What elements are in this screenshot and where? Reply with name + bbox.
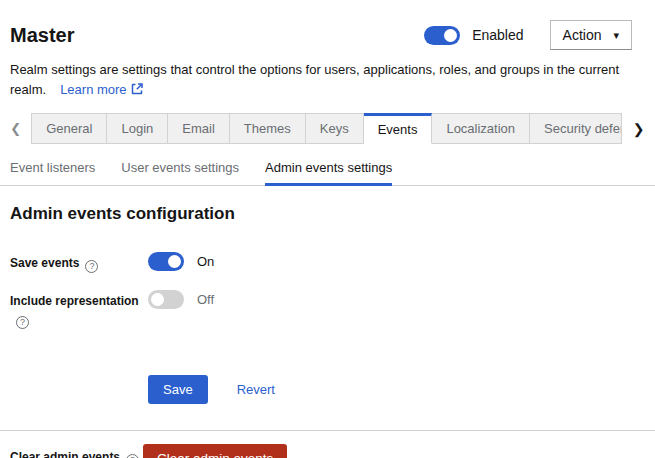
save-events-control: On [148, 252, 214, 271]
include-representation-toggle[interactable] [148, 290, 184, 309]
header-actions: Enabled Action ▾ [424, 20, 632, 50]
save-events-field: Save events? On [10, 252, 645, 273]
section-heading: Admin events configuration [10, 204, 645, 224]
clear-admin-events-button[interactable]: Clear admin events [143, 444, 287, 458]
tab-email[interactable]: Email [168, 113, 230, 144]
page-title: Master [10, 23, 74, 47]
tab-label: Login [121, 121, 153, 136]
toggle-state-label: On [197, 254, 214, 269]
help-icon[interactable]: ? [85, 260, 98, 273]
subtab-user-events-settings[interactable]: User events settings [121, 151, 239, 185]
clear-admin-events-row: Clear admin events? Clear admin events [0, 444, 655, 458]
tab-label: Themes [244, 121, 291, 136]
page-header: Master Enabled Action ▾ Realm settings a… [0, 0, 655, 100]
field-label-text: Save events [10, 256, 79, 270]
tab-general[interactable]: General [31, 113, 107, 144]
tabs-scroll-left-button[interactable]: ❮ [0, 113, 31, 144]
chevron-right-icon: ❯ [633, 121, 645, 137]
enabled-label: Enabled [472, 27, 523, 43]
include-representation-field: Include representation? Off [10, 290, 645, 329]
toggle-knob [151, 293, 164, 306]
caret-down-icon: ▾ [613, 30, 619, 41]
include-representation-control: Off [148, 290, 214, 309]
toggle-knob [168, 255, 181, 268]
learn-more-label: Learn more [60, 82, 126, 97]
tabs-scroll-right-button[interactable]: ❯ [622, 113, 655, 144]
tab-label: Security defens [544, 121, 622, 136]
events-subtabs: Event listeners User events settings Adm… [0, 151, 655, 186]
subtab-label: Admin events settings [265, 160, 392, 175]
realm-enabled-toggle[interactable] [424, 26, 460, 45]
tab-label: Keys [320, 121, 349, 136]
tab-label: Events [378, 122, 418, 137]
clear-admin-events-label: Clear admin events? [10, 450, 143, 458]
subtab-event-listeners[interactable]: Event listeners [10, 151, 95, 185]
tab-login[interactable]: Login [107, 113, 168, 144]
tab-label: General [46, 121, 92, 136]
learn-more-link[interactable]: Learn more [60, 82, 142, 97]
toggle-state-label: Off [197, 292, 214, 307]
include-representation-label: Include representation? [10, 290, 148, 329]
action-dropdown-button[interactable]: Action ▾ [550, 20, 632, 50]
chevron-left-icon: ❮ [10, 121, 21, 136]
subtab-admin-events-settings[interactable]: Admin events settings [265, 151, 392, 185]
save-events-label: Save events? [10, 252, 148, 273]
field-label-text: Include representation [10, 294, 139, 308]
external-link-icon [131, 83, 143, 95]
action-dropdown-label: Action [563, 27, 602, 43]
tab-label: Email [182, 121, 215, 136]
form-actions: Save Revert [148, 375, 645, 404]
tab-themes[interactable]: Themes [230, 113, 306, 144]
subtab-label: User events settings [121, 160, 239, 175]
field-label-text: Clear admin events [10, 450, 120, 458]
save-events-toggle[interactable] [148, 252, 184, 271]
help-icon[interactable]: ? [16, 316, 29, 329]
toggle-knob [444, 29, 457, 42]
admin-events-panel: Admin events configuration Save events? … [0, 186, 655, 404]
realm-settings-tabs: ❮ General Login Email Themes Keys Events… [0, 113, 655, 144]
revert-link[interactable]: Revert [237, 382, 275, 397]
save-button[interactable]: Save [148, 375, 208, 404]
subtab-label: Event listeners [10, 160, 95, 175]
tab-security-defenses[interactable]: Security defens [530, 113, 622, 144]
tab-localization[interactable]: Localization [432, 113, 530, 144]
tab-label: Localization [446, 121, 515, 136]
section-divider [0, 430, 655, 431]
help-icon[interactable]: ? [126, 454, 139, 458]
realm-description: Realm settings are settings that control… [10, 60, 632, 100]
tab-keys[interactable]: Keys [306, 113, 364, 144]
tab-events[interactable]: Events [364, 113, 433, 144]
